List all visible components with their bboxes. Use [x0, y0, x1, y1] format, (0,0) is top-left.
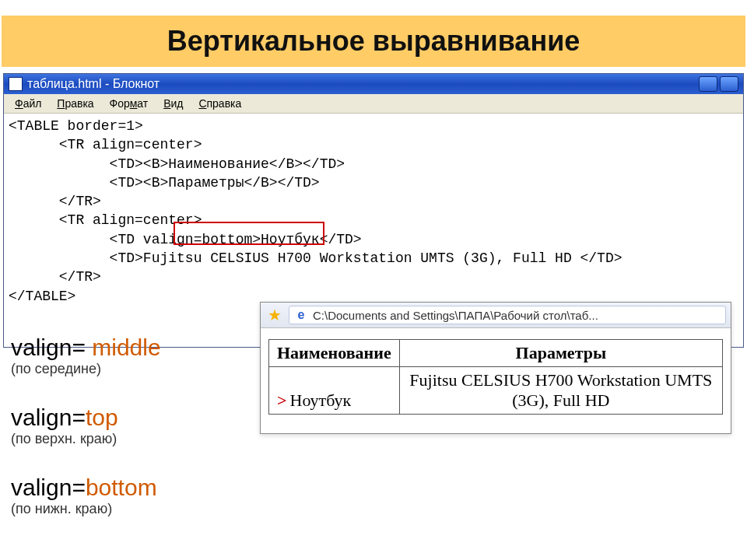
minimize-button[interactable] [699, 76, 717, 92]
browser-addressbar: ★ e C:\Documents and Settings\ПАПА\Рабоч… [261, 303, 731, 328]
valign-top-desc: (по верхн. краю) [11, 431, 244, 447]
code-line: </TR> [9, 269, 101, 285]
address-path: C:\Documents and Settings\ПАПА\Рабочий с… [313, 309, 598, 322]
slide-title: Вертикальное выравнивание [17, 25, 730, 58]
notepad-titlebar: таблица.html - Блокнот [4, 74, 743, 94]
valign-middle-desc: (по середине) [11, 361, 244, 377]
menu-edit[interactable]: Правка [51, 96, 100, 111]
table-header-name: Наименование [269, 340, 400, 367]
table-row: Наименование Параметры [269, 340, 723, 367]
menu-format[interactable]: Формат [103, 96, 155, 111]
address-field[interactable]: e C:\Documents and Settings\ПАПА\Рабочий… [289, 306, 726, 324]
html-preview-table: Наименование Параметры >Ноутбук Fujitsu … [268, 339, 723, 415]
code-line: <TD><B>Наименование</B></TD> [9, 156, 345, 172]
valign-bottom-block: valign=bottom (по нижн. краю) [11, 474, 244, 517]
valign-bottom-desc: (по нижн. краю) [11, 501, 244, 517]
valign-middle-block: valign= middle (по середине) [11, 334, 244, 377]
valign-top-block: valign=top (по верхн. краю) [11, 404, 244, 447]
table-header-params: Параметры [399, 340, 722, 367]
maximize-button[interactable] [720, 76, 738, 92]
caret-icon: > [277, 390, 287, 410]
code-line: <TR align=center> [9, 137, 202, 152]
ie-icon: e [294, 308, 308, 322]
menu-view[interactable]: Вид [157, 96, 189, 111]
browser-preview-window: ★ e C:\Documents and Settings\ПАПА\Рабоч… [260, 302, 731, 434]
table-cell-notebook: >Ноутбук [269, 367, 400, 415]
table-cell-params: Fujitsu CELSIUS H700 Workstation UMTS (3… [399, 367, 722, 415]
notepad-icon [9, 77, 23, 91]
code-line: <TD>Fujitsu CELSIUS H700 Workstation UMT… [9, 250, 622, 266]
menu-help[interactable]: Справка [192, 96, 247, 111]
slide-title-bar: Вертикальное выравнивание [2, 16, 745, 67]
code-line: </TR> [9, 194, 101, 209]
window-buttons [699, 76, 738, 92]
notepad-title: таблица.html - Блокнот [27, 77, 160, 91]
code-line: <TR align=center> [9, 212, 202, 228]
favorites-star-icon[interactable]: ★ [265, 306, 284, 324]
table-row: >Ноутбук Fujitsu CELSIUS H700 Workstatio… [269, 367, 723, 415]
code-line: <TD valign=bottom>Ноутбук</TD> [9, 232, 362, 247]
code-line: </TABLE> [9, 289, 75, 304]
valign-top-label: valign=top [11, 404, 244, 431]
valign-middle-label: valign= middle [11, 334, 244, 361]
menu-file[interactable]: Файл [9, 96, 47, 111]
valign-bottom-label: valign=bottom [11, 474, 244, 501]
code-line: <TABLE border=1> [9, 118, 143, 134]
code-line: <TD><B>Параметры</B></TD> [9, 175, 320, 191]
notepad-menubar: Файл Правка Формат Вид Справка [4, 94, 743, 114]
browser-content: Наименование Параметры >Ноутбук Fujitsu … [261, 328, 731, 433]
